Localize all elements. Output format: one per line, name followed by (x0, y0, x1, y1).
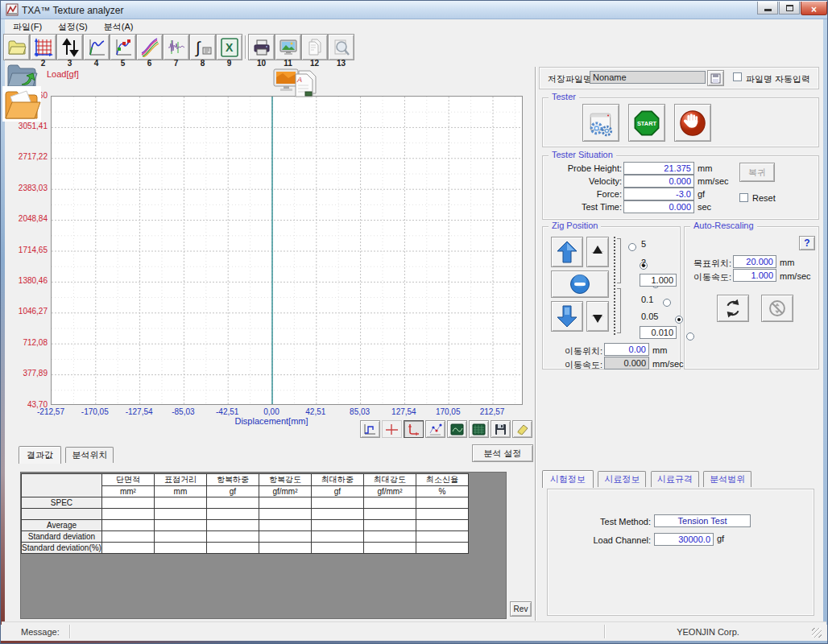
auto-move-button[interactable] (717, 295, 749, 322)
table-unit-cell: gf/mm² (363, 486, 416, 497)
folder-restore-icon[interactable] (6, 62, 38, 89)
table-unit-cell: % (416, 486, 468, 497)
open-file-button[interactable] (3, 34, 30, 60)
probe-height-unit: mm (698, 163, 712, 173)
zoom-fit-button[interactable] (360, 420, 380, 438)
analysis-settings-button[interactable]: 분석 설정 (472, 444, 533, 462)
menu-file[interactable]: 파일(F) (5, 19, 50, 33)
graph-button[interactable] (83, 34, 110, 60)
y-tick-label: 712,08 (14, 338, 48, 347)
main-divider (535, 67, 536, 621)
report-pages-icon[interactable]: A (289, 69, 323, 101)
refresh-icon (722, 298, 743, 319)
documents-button[interactable] (301, 34, 328, 60)
chart-plot-area[interactable] (51, 96, 523, 405)
grid-scale-button[interactable] (30, 34, 56, 60)
table-cell (363, 509, 416, 520)
help-button[interactable]: ? (799, 236, 815, 250)
auto-stop-button[interactable] (761, 295, 793, 322)
table-header-cell: 최대하중 (311, 474, 363, 486)
multi-curves-button[interactable] (136, 34, 163, 60)
menu-analysis[interactable]: 분석(A) (96, 19, 142, 33)
table-header-cell: 단면적 (101, 474, 154, 486)
zig-jog-down-button[interactable] (586, 301, 609, 332)
close-button[interactable]: × (801, 2, 827, 15)
integral-button[interactable]: ∫ (189, 34, 216, 60)
move-speed-field[interactable] (604, 357, 649, 369)
info-tabs: 시험정보 시료정보 시료규격 분석범위 (542, 470, 752, 488)
window-border-bottom (1, 641, 827, 644)
target-position-field[interactable] (733, 255, 776, 268)
table-cell (154, 497, 206, 509)
velocity-field[interactable] (623, 175, 694, 188)
move-position-field[interactable] (604, 343, 649, 356)
table-cell (311, 497, 363, 509)
crosshair-button[interactable] (382, 420, 402, 438)
save-file-button[interactable] (707, 70, 724, 86)
move-speed-label: 이동속도: (544, 359, 602, 371)
analyze-points-button[interactable] (425, 420, 445, 438)
preview-button[interactable] (328, 34, 354, 60)
excel-export-button[interactable]: X (216, 34, 242, 60)
curve-graph-icon (86, 38, 107, 57)
auto-filename-checkbox[interactable] (733, 72, 742, 81)
print-button[interactable] (248, 34, 275, 60)
reset-checkbox[interactable] (739, 193, 748, 202)
table-cell (311, 520, 363, 531)
tester-situation-title: Tester Situation (549, 150, 616, 159)
tab-analysis-range[interactable]: 분석범위 (703, 471, 751, 487)
tab-test-info[interactable]: 시험정보 (542, 470, 594, 488)
return-button[interactable]: 복귀 (739, 163, 775, 182)
zig-step5-radio[interactable] (628, 243, 636, 251)
tab-results[interactable]: 결과값 (19, 446, 61, 464)
folder-edit-icon[interactable] (2, 86, 41, 122)
screen-grid-button[interactable] (469, 420, 489, 438)
zig-step01-radio[interactable] (663, 299, 671, 307)
menu-settings[interactable]: 설정(S) (50, 19, 96, 33)
table-cell (311, 543, 363, 554)
stop-button[interactable] (674, 104, 711, 142)
graph-points-button[interactable] (110, 34, 136, 60)
tester-group: Tester START (542, 97, 819, 147)
start-button[interactable]: START (628, 104, 665, 142)
table-unit-cell: mm (154, 486, 206, 497)
move-position-unit: mm (652, 345, 667, 355)
test-method-field[interactable] (654, 514, 751, 527)
tester-setup-button[interactable] (582, 104, 619, 142)
probe-height-field[interactable] (623, 162, 694, 175)
updown-button[interactable] (56, 34, 83, 60)
zig-step005-radio[interactable] (675, 316, 683, 324)
table-cell (154, 520, 206, 531)
waveform-button[interactable] (163, 34, 189, 60)
zig-custom-top-field[interactable] (640, 274, 677, 287)
minimize-button[interactable] (757, 2, 778, 14)
filename-input[interactable] (590, 71, 706, 84)
tab-sample-info[interactable]: 시료정보 (598, 471, 646, 487)
maximize-button[interactable] (779, 2, 800, 14)
test-time-field[interactable] (623, 200, 694, 213)
axes-mode-button[interactable] (404, 420, 424, 438)
zig-up-button[interactable] (551, 237, 583, 267)
tab-analysis-position[interactable]: 분석위치 (65, 447, 114, 463)
documents-icon (304, 38, 325, 57)
resize-grip[interactable] (812, 628, 822, 638)
zig-step5-label: 5 (641, 239, 646, 249)
tab-sample-spec[interactable]: 시료규격 (651, 471, 699, 487)
table-corner-cell (22, 474, 102, 497)
erase-button[interactable] (512, 420, 532, 438)
rev-button[interactable]: Rev (510, 601, 532, 617)
zig-down-button[interactable] (551, 301, 583, 332)
screen-curve-button[interactable] (447, 420, 467, 438)
load-channel-field[interactable] (654, 533, 714, 546)
zig-jog-up-button[interactable] (586, 237, 609, 267)
zig-stop-button[interactable] (551, 270, 609, 298)
table-row-label: Average (22, 520, 102, 531)
y-tick-label: 3051,41 (14, 122, 48, 130)
auto-speed-field[interactable] (733, 269, 776, 282)
zig-custom-bottom-field[interactable] (640, 326, 677, 339)
zig-slider-track[interactable] (614, 237, 615, 335)
screen-view-button[interactable] (275, 34, 301, 60)
test-time-label: Test Time: (544, 202, 622, 212)
force-field[interactable] (623, 188, 694, 200)
save-graph-button[interactable] (491, 420, 511, 438)
